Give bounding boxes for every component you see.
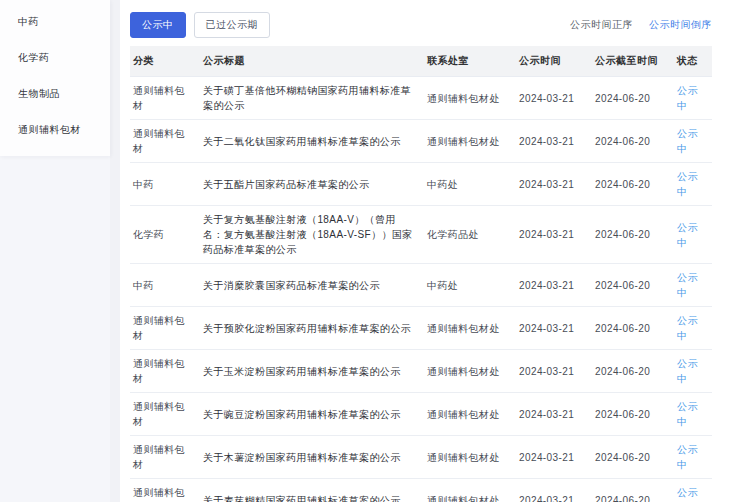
cell-status[interactable]: 公示中 [674, 264, 712, 306]
filter-active-button[interactable]: 公示中 [130, 12, 186, 38]
table-body: 通则辅料包材关于磺丁基倍他环糊精钠国家药用辅料标准草案的公示通则辅料包材处202… [130, 77, 712, 502]
table-row: 通则辅料包材关于预胶化淀粉国家药用辅料标准草案的公示通则辅料包材处2024-03… [130, 307, 712, 350]
cell-office: 化学药品处 [424, 221, 516, 248]
table-row: 化学药关于复方氨基酸注射液（18AA-V）（曾用名：复方氨基酸注射液（18AA-… [130, 206, 712, 264]
cell-office: 通则辅料包材处 [424, 85, 516, 112]
page: 中药 化学药 生物制品 通则辅料包材 公示中 已过公示期 公示时间正序 公示时间… [0, 0, 730, 502]
cell-category: 通则辅料包材 [130, 479, 200, 502]
cell-publish-date: 2024-03-21 [516, 171, 592, 198]
cell-office: 通则辅料包材处 [424, 401, 516, 428]
table-row: 通则辅料包材关于豌豆淀粉国家药用辅料标准草案的公示通则辅料包材处2024-03-… [130, 393, 712, 436]
cell-end-date: 2024-06-20 [592, 487, 674, 502]
sidebar: 中药 化学药 生物制品 通则辅料包材 [0, 0, 110, 502]
toolbar: 公示中 已过公示期 公示时间正序 公示时间倒序 [130, 13, 712, 37]
cell-category: 通则辅料包材 [130, 393, 200, 435]
column-header-office: 联系处室 [424, 46, 516, 76]
cell-title[interactable]: 关于消糜胶囊国家药品标准草案的公示 [200, 272, 424, 299]
filter-expired-button[interactable]: 已过公示期 [194, 12, 271, 38]
cell-office: 通则辅料包材处 [424, 358, 516, 385]
sidebar-menu: 中药 化学药 生物制品 通则辅料包材 [0, 0, 110, 156]
cell-status[interactable]: 公示中 [674, 120, 712, 162]
cell-publish-date: 2024-03-21 [516, 128, 592, 155]
table-row: 通则辅料包材关于二氧化钛国家药用辅料标准草案的公示通则辅料包材处2024-03-… [130, 120, 712, 163]
cell-end-date: 2024-06-20 [592, 315, 674, 342]
cell-publish-date: 2024-03-21 [516, 444, 592, 471]
cell-title[interactable]: 关于磺丁基倍他环糊精钠国家药用辅料标准草案的公示 [200, 77, 424, 119]
table-row: 通则辅料包材关于玉米淀粉国家药用辅料标准草案的公示通则辅料包材处2024-03-… [130, 350, 712, 393]
cell-category: 通则辅料包材 [130, 350, 200, 392]
cell-office: 中药处 [424, 272, 516, 299]
cell-status[interactable]: 公示中 [674, 163, 712, 205]
cell-publish-date: 2024-03-21 [516, 315, 592, 342]
cell-end-date: 2024-06-20 [592, 128, 674, 155]
cell-publish-date: 2024-03-21 [516, 487, 592, 502]
cell-category: 中药 [130, 171, 200, 198]
cell-office: 通则辅料包材处 [424, 128, 516, 155]
table-row: 通则辅料包材关于磺丁基倍他环糊精钠国家药用辅料标准草案的公示通则辅料包材处202… [130, 77, 712, 120]
sidebar-item-huaxueyao[interactable]: 化学药 [0, 40, 110, 76]
cell-end-date: 2024-06-20 [592, 272, 674, 299]
table-row: 通则辅料包材关于麦芽糊精国家药用辅料标准草案的公示通则辅料包材处2024-03-… [130, 479, 712, 502]
cell-status[interactable]: 公示中 [674, 77, 712, 119]
column-header-status: 状态 [674, 46, 712, 76]
cell-end-date: 2024-06-20 [592, 171, 674, 198]
cell-title[interactable]: 关于五酯片国家药品标准草案的公示 [200, 171, 424, 198]
sidebar-item-shengwuzhipin[interactable]: 生物制品 [0, 76, 110, 112]
table-header-row: 分类 公示标题 联系处室 公示时间 公示截至时间 状态 [130, 46, 712, 77]
cell-title[interactable]: 关于玉米淀粉国家药用辅料标准草案的公示 [200, 358, 424, 385]
cell-category: 通则辅料包材 [130, 120, 200, 162]
sort-time-desc-link[interactable]: 公示时间倒序 [649, 18, 712, 32]
cell-end-date: 2024-06-20 [592, 85, 674, 112]
cell-publish-date: 2024-03-21 [516, 358, 592, 385]
cell-title[interactable]: 关于木薯淀粉国家药用辅料标准草案的公示 [200, 444, 424, 471]
cell-office: 中药处 [424, 171, 516, 198]
cell-title[interactable]: 关于复方氨基酸注射液（18AA-V）（曾用名：复方氨基酸注射液（18AA-V-S… [200, 206, 424, 263]
cell-publish-date: 2024-03-21 [516, 221, 592, 248]
sort-time-asc-link[interactable]: 公示时间正序 [570, 18, 633, 32]
cell-status[interactable]: 公示中 [674, 307, 712, 349]
cell-end-date: 2024-06-20 [592, 401, 674, 428]
column-header-category: 分类 [130, 46, 200, 76]
table-row: 中药关于五酯片国家药品标准草案的公示中药处2024-03-212024-06-2… [130, 163, 712, 206]
cell-office: 通则辅料包材处 [424, 315, 516, 342]
cell-category: 化学药 [130, 221, 200, 248]
cell-title[interactable]: 关于豌豆淀粉国家药用辅料标准草案的公示 [200, 401, 424, 428]
sidebar-item-tongzefuliao[interactable]: 通则辅料包材 [0, 112, 110, 148]
cell-title[interactable]: 关于二氧化钛国家药用辅料标准草案的公示 [200, 128, 424, 155]
main-panel: 公示中 已过公示期 公示时间正序 公示时间倒序 分类 公示标题 联系处室 公示时… [120, 0, 730, 502]
cell-status[interactable]: 公示中 [674, 436, 712, 478]
cell-category: 通则辅料包材 [130, 77, 200, 119]
cell-office: 通则辅料包材处 [424, 487, 516, 502]
sidebar-item-zhongyao[interactable]: 中药 [0, 4, 110, 40]
cell-end-date: 2024-06-20 [592, 444, 674, 471]
column-header-title: 公示标题 [200, 46, 424, 76]
cell-publish-date: 2024-03-21 [516, 85, 592, 112]
table-row: 通则辅料包材关于木薯淀粉国家药用辅料标准草案的公示通则辅料包材处2024-03-… [130, 436, 712, 479]
column-header-end-date: 公示截至时间 [592, 46, 674, 76]
table-row: 中药关于消糜胶囊国家药品标准草案的公示中药处2024-03-212024-06-… [130, 264, 712, 307]
cell-publish-date: 2024-03-21 [516, 401, 592, 428]
cell-category: 通则辅料包材 [130, 307, 200, 349]
cell-end-date: 2024-06-20 [592, 358, 674, 385]
cell-status[interactable]: 公示中 [674, 479, 712, 502]
announcement-table: 分类 公示标题 联系处室 公示时间 公示截至时间 状态 通则辅料包材关于磺丁基倍… [130, 46, 712, 502]
cell-category: 中药 [130, 272, 200, 299]
cell-status[interactable]: 公示中 [674, 393, 712, 435]
cell-title[interactable]: 关于麦芽糊精国家药用辅料标准草案的公示 [200, 487, 424, 502]
cell-publish-date: 2024-03-21 [516, 272, 592, 299]
cell-category: 通则辅料包材 [130, 436, 200, 478]
cell-end-date: 2024-06-20 [592, 221, 674, 248]
cell-title[interactable]: 关于预胶化淀粉国家药用辅料标准草案的公示 [200, 315, 424, 342]
cell-status[interactable]: 公示中 [674, 350, 712, 392]
cell-status[interactable]: 公示中 [674, 214, 712, 256]
cell-office: 通则辅料包材处 [424, 444, 516, 471]
column-header-publish-date: 公示时间 [516, 46, 592, 76]
